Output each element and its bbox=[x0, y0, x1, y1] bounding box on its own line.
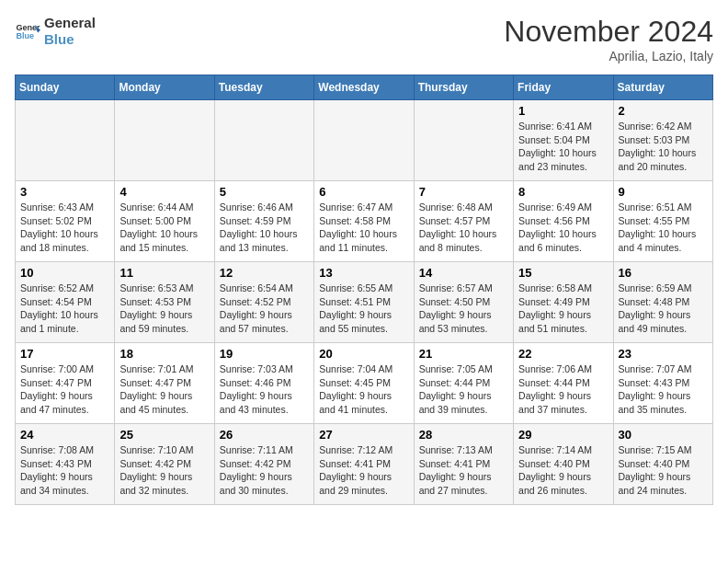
calendar-cell bbox=[16, 100, 115, 181]
column-header-wednesday: Wednesday bbox=[314, 75, 414, 100]
day-info: Sunrise: 6:52 AMSunset: 4:54 PMDaylight:… bbox=[20, 282, 109, 336]
day-info: Sunrise: 6:51 AMSunset: 4:55 PMDaylight:… bbox=[619, 201, 708, 255]
calendar-cell: 5Sunrise: 6:46 AMSunset: 4:59 PMDaylight… bbox=[214, 181, 313, 262]
calendar-cell: 25Sunrise: 7:10 AMSunset: 4:42 PMDayligh… bbox=[115, 424, 214, 505]
day-number: 27 bbox=[319, 428, 408, 442]
logo-icon: General Blue bbox=[15, 18, 40, 44]
day-number: 6 bbox=[319, 185, 408, 199]
day-number: 8 bbox=[518, 185, 608, 199]
day-number: 2 bbox=[619, 104, 708, 118]
day-info: Sunrise: 7:00 AMSunset: 4:47 PMDaylight:… bbox=[20, 362, 109, 417]
day-number: 18 bbox=[119, 347, 209, 361]
day-number: 4 bbox=[119, 185, 209, 199]
calendar-cell: 20Sunrise: 7:04 AMSunset: 4:45 PMDayligh… bbox=[314, 343, 414, 424]
day-info: Sunrise: 7:03 AMSunset: 4:46 PMDaylight:… bbox=[220, 362, 309, 417]
calendar-cell: 26Sunrise: 7:11 AMSunset: 4:42 PMDayligh… bbox=[214, 424, 313, 505]
day-info: Sunrise: 7:08 AMSunset: 4:43 PMDaylight:… bbox=[20, 443, 109, 498]
day-info: Sunrise: 7:11 AMSunset: 4:42 PMDaylight:… bbox=[220, 443, 309, 498]
calendar-cell: 4Sunrise: 6:44 AMSunset: 5:00 PMDaylight… bbox=[115, 181, 214, 262]
day-number: 3 bbox=[20, 185, 109, 199]
day-info: Sunrise: 6:59 AMSunset: 4:48 PMDaylight:… bbox=[619, 282, 708, 336]
day-info: Sunrise: 6:43 AMSunset: 5:02 PMDaylight:… bbox=[20, 201, 109, 255]
location: Aprilia, Lazio, Italy bbox=[504, 49, 713, 63]
day-number: 26 bbox=[220, 428, 309, 442]
day-info: Sunrise: 7:01 AMSunset: 4:47 PMDaylight:… bbox=[119, 362, 209, 417]
column-header-monday: Monday bbox=[115, 75, 214, 100]
day-number: 1 bbox=[518, 104, 608, 118]
day-number: 19 bbox=[220, 347, 309, 361]
day-number: 29 bbox=[518, 428, 608, 442]
day-info: Sunrise: 6:44 AMSunset: 5:00 PMDaylight:… bbox=[119, 201, 209, 255]
calendar-cell: 1Sunrise: 6:41 AMSunset: 5:04 PMDaylight… bbox=[514, 100, 613, 181]
calendar-week-1: 1Sunrise: 6:41 AMSunset: 5:04 PMDaylight… bbox=[16, 100, 713, 181]
calendar-week-3: 10Sunrise: 6:52 AMSunset: 4:54 PMDayligh… bbox=[16, 262, 713, 343]
day-number: 12 bbox=[220, 266, 309, 280]
day-number: 11 bbox=[119, 266, 209, 280]
calendar-cell bbox=[214, 100, 313, 181]
day-info: Sunrise: 7:14 AMSunset: 4:40 PMDaylight:… bbox=[518, 443, 608, 498]
day-info: Sunrise: 6:42 AMSunset: 5:03 PMDaylight:… bbox=[619, 120, 708, 174]
day-info: Sunrise: 7:10 AMSunset: 4:42 PMDaylight:… bbox=[119, 443, 209, 498]
page-header: General Blue General Blue November 2024 … bbox=[15, 15, 713, 63]
calendar-cell: 6Sunrise: 6:47 AMSunset: 4:58 PMDaylight… bbox=[314, 181, 414, 262]
calendar-cell bbox=[414, 100, 513, 181]
column-header-tuesday: Tuesday bbox=[214, 75, 313, 100]
calendar-cell bbox=[314, 100, 414, 181]
calendar-week-2: 3Sunrise: 6:43 AMSunset: 5:02 PMDaylight… bbox=[16, 181, 713, 262]
day-number: 24 bbox=[20, 428, 109, 442]
day-number: 14 bbox=[419, 266, 508, 280]
calendar-cell: 10Sunrise: 6:52 AMSunset: 4:54 PMDayligh… bbox=[16, 262, 115, 343]
calendar-cell: 7Sunrise: 6:48 AMSunset: 4:57 PMDaylight… bbox=[414, 181, 513, 262]
day-number: 30 bbox=[619, 428, 708, 442]
day-info: Sunrise: 7:13 AMSunset: 4:41 PMDaylight:… bbox=[419, 443, 508, 498]
svg-text:Blue: Blue bbox=[16, 31, 34, 40]
day-info: Sunrise: 6:48 AMSunset: 4:57 PMDaylight:… bbox=[419, 201, 508, 255]
logo: General Blue General Blue bbox=[15, 15, 96, 48]
calendar-cell: 14Sunrise: 6:57 AMSunset: 4:50 PMDayligh… bbox=[414, 262, 513, 343]
calendar-cell: 8Sunrise: 6:49 AMSunset: 4:56 PMDaylight… bbox=[514, 181, 613, 262]
day-info: Sunrise: 6:46 AMSunset: 4:59 PMDaylight:… bbox=[220, 201, 309, 255]
day-info: Sunrise: 7:05 AMSunset: 4:44 PMDaylight:… bbox=[419, 362, 508, 417]
column-header-friday: Friday bbox=[514, 75, 613, 100]
day-info: Sunrise: 6:54 AMSunset: 4:52 PMDaylight:… bbox=[220, 282, 309, 336]
calendar-cell: 11Sunrise: 6:53 AMSunset: 4:53 PMDayligh… bbox=[115, 262, 214, 343]
logo-line2: Blue bbox=[44, 31, 96, 48]
column-header-saturday: Saturday bbox=[613, 75, 712, 100]
title-block: November 2024 Aprilia, Lazio, Italy bbox=[504, 15, 713, 63]
calendar-week-5: 24Sunrise: 7:08 AMSunset: 4:43 PMDayligh… bbox=[16, 424, 713, 505]
day-number: 17 bbox=[20, 347, 109, 361]
day-number: 13 bbox=[319, 266, 408, 280]
day-info: Sunrise: 7:06 AMSunset: 4:44 PMDaylight:… bbox=[518, 362, 608, 417]
calendar-cell: 17Sunrise: 7:00 AMSunset: 4:47 PMDayligh… bbox=[16, 343, 115, 424]
day-number: 15 bbox=[518, 266, 608, 280]
calendar-cell: 13Sunrise: 6:55 AMSunset: 4:51 PMDayligh… bbox=[314, 262, 414, 343]
day-number: 20 bbox=[319, 347, 408, 361]
column-header-thursday: Thursday bbox=[414, 75, 513, 100]
day-info: Sunrise: 7:15 AMSunset: 4:40 PMDaylight:… bbox=[619, 443, 708, 498]
column-header-sunday: Sunday bbox=[16, 75, 115, 100]
calendar-cell: 21Sunrise: 7:05 AMSunset: 4:44 PMDayligh… bbox=[414, 343, 513, 424]
day-info: Sunrise: 7:04 AMSunset: 4:45 PMDaylight:… bbox=[319, 362, 408, 417]
day-number: 21 bbox=[419, 347, 508, 361]
day-number: 25 bbox=[119, 428, 209, 442]
calendar-cell: 9Sunrise: 6:51 AMSunset: 4:55 PMDaylight… bbox=[613, 181, 712, 262]
calendar-cell: 2Sunrise: 6:42 AMSunset: 5:03 PMDaylight… bbox=[613, 100, 712, 181]
calendar-cell: 30Sunrise: 7:15 AMSunset: 4:40 PMDayligh… bbox=[613, 424, 712, 505]
calendar-cell: 15Sunrise: 6:58 AMSunset: 4:49 PMDayligh… bbox=[514, 262, 613, 343]
calendar-cell: 18Sunrise: 7:01 AMSunset: 4:47 PMDayligh… bbox=[115, 343, 214, 424]
calendar-cell: 28Sunrise: 7:13 AMSunset: 4:41 PMDayligh… bbox=[414, 424, 513, 505]
calendar-table: SundayMondayTuesdayWednesdayThursdayFrid… bbox=[15, 75, 713, 505]
calendar-cell: 16Sunrise: 6:59 AMSunset: 4:48 PMDayligh… bbox=[613, 262, 712, 343]
day-info: Sunrise: 7:07 AMSunset: 4:43 PMDaylight:… bbox=[619, 362, 708, 417]
calendar-cell: 29Sunrise: 7:14 AMSunset: 4:40 PMDayligh… bbox=[514, 424, 613, 505]
day-info: Sunrise: 6:55 AMSunset: 4:51 PMDaylight:… bbox=[319, 282, 408, 336]
day-number: 5 bbox=[220, 185, 309, 199]
day-info: Sunrise: 7:12 AMSunset: 4:41 PMDaylight:… bbox=[319, 443, 408, 498]
calendar-header-row: SundayMondayTuesdayWednesdayThursdayFrid… bbox=[16, 75, 713, 100]
day-number: 7 bbox=[419, 185, 508, 199]
day-info: Sunrise: 6:49 AMSunset: 4:56 PMDaylight:… bbox=[518, 201, 608, 255]
calendar-cell: 23Sunrise: 7:07 AMSunset: 4:43 PMDayligh… bbox=[613, 343, 712, 424]
calendar-cell: 22Sunrise: 7:06 AMSunset: 4:44 PMDayligh… bbox=[514, 343, 613, 424]
calendar-cell: 19Sunrise: 7:03 AMSunset: 4:46 PMDayligh… bbox=[214, 343, 313, 424]
day-info: Sunrise: 6:41 AMSunset: 5:04 PMDaylight:… bbox=[518, 120, 608, 174]
